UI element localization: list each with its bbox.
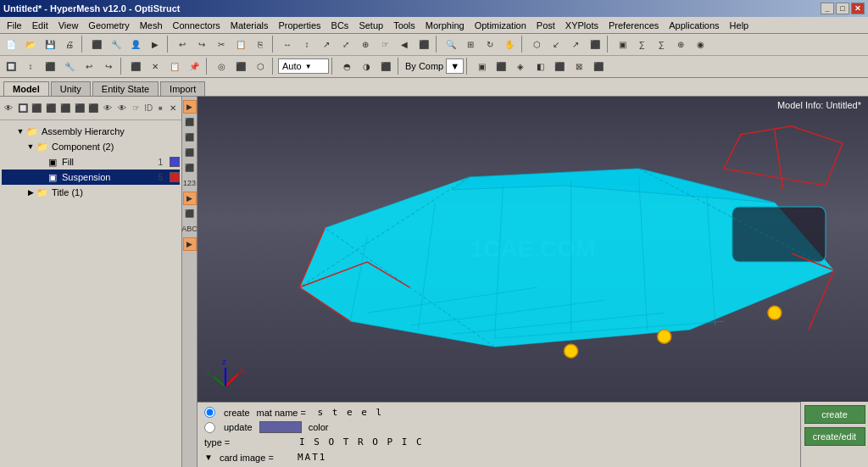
menu-setup[interactable]: Setup [353, 19, 388, 32]
close-button[interactable]: ✕ [851, 3, 865, 14]
minimize-button[interactable]: _ [821, 3, 834, 14]
menu-materials[interactable]: Materials [225, 19, 274, 32]
menu-edit[interactable]: Edit [27, 19, 53, 32]
tb2-shade-3[interactable]: ⬛ [376, 58, 395, 75]
menu-optimization[interactable]: Optimization [470, 19, 531, 32]
tb2-display-6[interactable]: ⊠ [570, 58, 588, 75]
tb-btn-13[interactable]: ⎘ [251, 36, 270, 53]
expand-icon[interactable]: ▼ [15, 127, 25, 136]
tb-nav-4[interactable]: ⤢ [337, 36, 355, 53]
panel-tb-3[interactable]: ⬛ [30, 100, 43, 117]
menu-geometry[interactable]: Geometry [83, 19, 134, 32]
tab-entity-state[interactable]: Entity State [92, 81, 159, 96]
tab-unity[interactable]: Unity [51, 81, 91, 96]
tb2-13[interactable]: ⬡ [251, 58, 270, 75]
vt-btn-10[interactable]: ▶ [183, 237, 197, 251]
tb-misc-4[interactable]: ⊕ [671, 36, 690, 53]
tb-nav-1[interactable]: ↔ [278, 36, 297, 53]
tb-btn-10[interactable]: ↪ [192, 36, 211, 53]
tree-suspension-item[interactable]: ▣ Suspension 5 [2, 170, 180, 185]
menu-connectors[interactable]: Connectors [168, 19, 225, 32]
open-button[interactable]: 📂 [21, 36, 40, 53]
menu-help[interactable]: Help [725, 19, 754, 32]
panel-tb-10[interactable]: ☞ [130, 100, 143, 117]
close-panel-button[interactable]: ✕ [166, 100, 180, 117]
tb2-display-3[interactable]: ◈ [511, 58, 530, 75]
tab-model[interactable]: Model [3, 81, 49, 96]
by-comp-dropdown[interactable]: ▼ [446, 58, 464, 74]
menu-file[interactable]: File [2, 19, 27, 32]
tb-misc-3[interactable]: ∑ [652, 36, 670, 53]
radio-update[interactable] [204, 422, 215, 433]
tb-view-1[interactable]: ⬡ [527, 36, 546, 53]
menu-properties[interactable]: Properties [273, 19, 326, 32]
tb-btn-9[interactable]: ↩ [173, 36, 192, 53]
create-button[interactable]: create [804, 405, 865, 424]
tb2-8[interactable]: ✕ [146, 58, 164, 75]
tb-btn-6[interactable]: 🔧 [107, 36, 125, 53]
menu-preferences[interactable]: Preferences [604, 19, 664, 32]
tb-btn-12[interactable]: 📋 [231, 36, 250, 53]
tree-assembly-hierarchy[interactable]: ▼ 📁 Assembly Hierarchy [2, 124, 180, 139]
tb2-display-5[interactable]: ⬛ [550, 58, 569, 75]
window-controls[interactable]: _ □ ✕ [821, 3, 865, 14]
tb-nav-6[interactable]: ☞ [376, 36, 394, 53]
panel-tb-2[interactable]: 🔲 [16, 100, 30, 117]
tb-view-3[interactable]: ↗ [566, 36, 585, 53]
vt-btn-7[interactable]: ▶ [183, 192, 197, 205]
tb-misc-1[interactable]: ▣ [613, 36, 632, 53]
print-button[interactable]: 🖨 [60, 36, 79, 53]
tb2-4[interactable]: 🔧 [60, 58, 79, 75]
tree-component-group[interactable]: ▼ 📁 Component (2) [2, 139, 180, 154]
panel-tb-9[interactable]: 👁 [115, 100, 129, 117]
dropdown-small-icon[interactable]: ▼ [204, 453, 213, 462]
tree-fill-item[interactable]: ▣ Fill 1 [2, 154, 180, 170]
tb2-5[interactable]: ↩ [80, 58, 98, 75]
tb-btn-7[interactable]: 👤 [126, 36, 145, 53]
tb-view-4[interactable]: ⬛ [586, 36, 604, 53]
menu-view[interactable]: View [53, 19, 84, 32]
pan-button[interactable]: ✋ [500, 36, 519, 53]
tb2-shade-2[interactable]: ◑ [357, 58, 376, 75]
zoom-button[interactable]: 🔍 [442, 36, 460, 53]
menu-applications[interactable]: Applications [664, 19, 724, 32]
menu-morphing[interactable]: Morphing [420, 19, 470, 32]
tb2-display-1[interactable]: ▣ [472, 58, 491, 75]
vt-btn-1[interactable]: ▶ [183, 100, 197, 114]
new-button[interactable]: 📄 [2, 36, 20, 53]
fit-button[interactable]: ⊞ [461, 36, 480, 53]
menu-xyplots[interactable]: XYPlots [560, 19, 604, 32]
vt-btn-3[interactable]: ⬛ [183, 131, 197, 144]
tb-view-2[interactable]: ↙ [547, 36, 565, 53]
title-expand-icon[interactable]: ▶ [25, 188, 36, 197]
color-swatch[interactable] [259, 421, 302, 433]
tb2-11[interactable]: ◎ [212, 58, 231, 75]
menu-mesh[interactable]: Mesh [135, 19, 168, 32]
tb-btn-8[interactable]: ▶ [146, 36, 164, 53]
tb2-9[interactable]: 📋 [165, 58, 184, 75]
canvas-area[interactable]: Model Info: Untitled* 1CAE.COM [198, 97, 868, 402]
tb2-display-4[interactable]: ◧ [531, 58, 549, 75]
tb-nav-7[interactable]: ◀ [395, 36, 414, 53]
panel-tb-4[interactable]: ⬛ [44, 100, 58, 117]
tb2-3[interactable]: ⬛ [41, 58, 59, 75]
save-button[interactable]: 💾 [41, 36, 59, 53]
tb2-shade-1[interactable]: ◓ [337, 58, 356, 75]
maximize-button[interactable]: □ [836, 3, 849, 14]
tb-misc-5[interactable]: ◉ [691, 36, 709, 53]
tb2-7[interactable]: ⬛ [126, 58, 145, 75]
vt-btn-4[interactable]: ⬛ [183, 146, 197, 159]
tb2-2[interactable]: ↕ [21, 58, 40, 75]
menu-post[interactable]: Post [531, 19, 560, 32]
tb-misc-2[interactable]: ∑ [632, 36, 651, 53]
create-edit-button[interactable]: create/edit [804, 427, 865, 446]
rotate-button[interactable]: ↻ [481, 36, 499, 53]
tb-nav-8[interactable]: ⬛ [415, 36, 433, 53]
render-mode-dropdown[interactable]: Auto ▼ [278, 58, 329, 74]
vt-btn-8[interactable]: ⬛ [183, 207, 197, 220]
panel-tb-1[interactable]: 👁 [2, 100, 15, 117]
radio-create[interactable] [204, 407, 215, 418]
tb2-6[interactable]: ↪ [99, 58, 118, 75]
menu-tools[interactable]: Tools [388, 19, 420, 32]
vt-btn-2[interactable]: ⬛ [183, 115, 197, 129]
